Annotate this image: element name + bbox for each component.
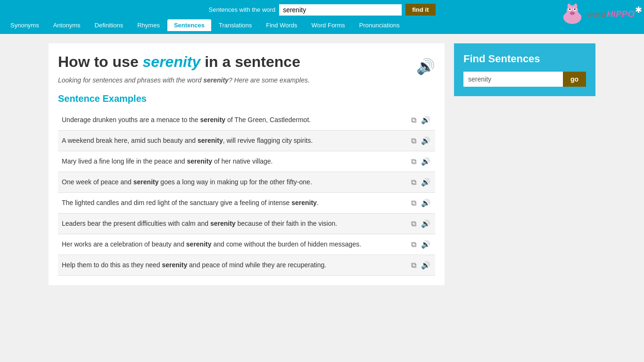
- sentence-text: Underage drunken youths are a menace to …: [62, 115, 406, 125]
- sidebar-search-input[interactable]: [463, 72, 563, 87]
- table-row: Her works are a celebration of beauty an…: [58, 234, 435, 255]
- svg-point-9: [568, 3, 571, 8]
- hippo-logo-icon: [560, 2, 585, 26]
- row-icons: ⧉ 🔊: [410, 239, 431, 250]
- audio-button-main[interactable]: 🔊: [416, 58, 435, 75]
- row-icons: ⧉ 🔊: [410, 135, 431, 146]
- logo-text: word HiPPO: [586, 9, 635, 19]
- tab-definitions[interactable]: Definitions: [88, 19, 130, 31]
- intro-suffix: ? Here are some examples.: [229, 76, 310, 84]
- page-heading: How to use serenity in a sentence: [58, 53, 435, 71]
- sidebar-search-row: go: [463, 72, 586, 87]
- intro-prefix: Looking for sentences and phrases with t…: [58, 76, 201, 84]
- copy-icon[interactable]: ⧉: [410, 198, 417, 208]
- heading-pre: How to use: [58, 53, 139, 70]
- tab-word-forms[interactable]: Word Forms: [305, 19, 352, 31]
- table-row: A weekend break here, amid such beauty a…: [58, 131, 435, 151]
- audio-icon[interactable]: 🔊: [420, 197, 431, 208]
- sentence-text: Mary lived a fine long life in the peace…: [62, 157, 406, 166]
- audio-icon[interactable]: 🔊: [420, 115, 431, 125]
- row-icons: ⧉ 🔊: [410, 115, 431, 125]
- tab-sentences[interactable]: Sentences: [167, 19, 211, 31]
- copy-icon[interactable]: ⧉: [410, 239, 417, 250]
- sentence-text: A weekend break here, amid such beauty a…: [62, 136, 406, 146]
- logo-hippo: HiPPO: [607, 9, 635, 19]
- tab-translations[interactable]: Translations: [212, 19, 258, 31]
- heading-word: serenity: [143, 53, 201, 70]
- row-icons: ⧉ 🔊: [410, 177, 431, 188]
- svg-point-5: [574, 8, 576, 10]
- tab-rhymes[interactable]: Rhymes: [131, 19, 166, 31]
- audio-icon[interactable]: 🔊: [420, 135, 431, 146]
- intro-word: serenity: [203, 76, 229, 84]
- tab-synonyms[interactable]: Synonyms: [4, 19, 46, 31]
- logo-container: word HiPPO: [560, 2, 635, 26]
- heading-post: in a sentence: [205, 53, 300, 70]
- table-row: Underage drunken youths are a menace to …: [58, 110, 435, 131]
- find-sentences-box: Find Sentences go: [454, 43, 595, 96]
- svg-point-7: [563, 15, 568, 18]
- sentence-text: One week of peace and serenity goes a lo…: [62, 178, 406, 187]
- section-title: Sentence Examples: [58, 93, 435, 104]
- sentence-text: Leaders bear the present difficulties wi…: [62, 219, 406, 229]
- copy-icon[interactable]: ⧉: [410, 260, 417, 271]
- table-row: One week of peace and serenity goes a lo…: [58, 172, 435, 193]
- sidebar: Find Sentences go: [454, 43, 595, 285]
- table-row: Help them to do this as they need sereni…: [58, 255, 435, 276]
- intro-text: Looking for sentences and phrases with t…: [58, 76, 435, 84]
- tab-pronunciations[interactable]: Pronunciations: [353, 19, 406, 31]
- audio-icon[interactable]: 🔊: [420, 239, 431, 250]
- sentences-list: Underage drunken youths are a menace to …: [58, 110, 435, 276]
- sentence-text: Help them to do this as they need sereni…: [62, 261, 406, 270]
- svg-point-6: [570, 12, 575, 15]
- audio-icon[interactable]: 🔊: [420, 260, 431, 271]
- logo-area: word HiPPO: [560, 2, 635, 26]
- table-row: Leaders bear the present difficulties wi…: [58, 214, 435, 234]
- copy-icon[interactable]: ⧉: [410, 219, 417, 229]
- logo-word: word: [586, 10, 606, 19]
- sidebar-go-button[interactable]: go: [563, 72, 586, 87]
- find-it-button[interactable]: find it: [405, 4, 435, 16]
- sentence-text: Her works are a celebration of beauty an…: [62, 240, 406, 249]
- tab-antonyms[interactable]: Antonyms: [47, 19, 87, 31]
- copy-icon[interactable]: ⧉: [410, 156, 417, 167]
- svg-point-4: [569, 8, 570, 10]
- top-search-bar: Sentences with the word find it: [0, 0, 644, 19]
- main-layout: 🔊 How to use serenity in a sentence Look…: [39, 34, 605, 295]
- nav-tabs: Synonyms Antonyms Definitions Rhymes Sen…: [0, 19, 644, 34]
- row-icons: ⧉ 🔊: [410, 156, 431, 167]
- star-icon[interactable]: ✱: [635, 5, 642, 15]
- search-input[interactable]: [279, 4, 402, 16]
- content-area: 🔊 How to use serenity in a sentence Look…: [49, 43, 445, 285]
- audio-icon[interactable]: 🔊: [420, 218, 431, 229]
- table-row: Mary lived a fine long life in the peace…: [58, 151, 435, 172]
- row-icons: ⧉ 🔊: [410, 260, 431, 271]
- audio-icon[interactable]: 🔊: [420, 177, 431, 188]
- copy-icon[interactable]: ⧉: [410, 177, 417, 188]
- row-icons: ⧉ 🔊: [410, 218, 431, 229]
- search-label: Sentences with the word: [208, 6, 275, 13]
- svg-point-10: [574, 3, 578, 8]
- copy-icon[interactable]: ⧉: [410, 115, 417, 125]
- tab-find-words[interactable]: Find Words: [259, 19, 304, 31]
- sentence-text: The lighted candles and dim red light of…: [62, 198, 406, 208]
- table-row: The lighted candles and dim red light of…: [58, 193, 435, 214]
- svg-point-8: [577, 15, 581, 18]
- audio-icon[interactable]: 🔊: [420, 156, 431, 167]
- copy-icon[interactable]: ⧉: [410, 136, 417, 146]
- find-sentences-title: Find Sentences: [463, 53, 586, 65]
- row-icons: ⧉ 🔊: [410, 197, 431, 208]
